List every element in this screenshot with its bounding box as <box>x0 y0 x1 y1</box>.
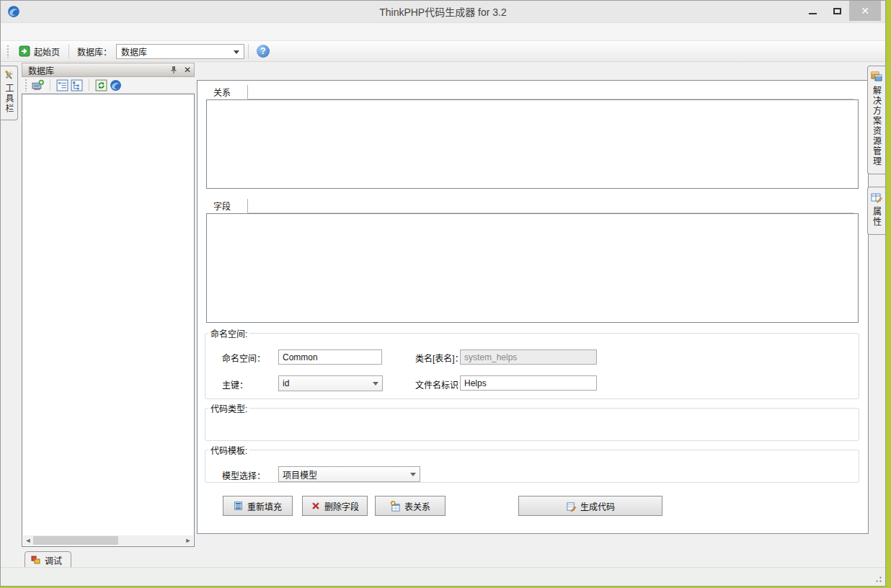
database-panel: 数据库 ✕ ◄ ► <box>22 63 195 547</box>
refill-button-label: 重新填充 <box>247 500 282 512</box>
delete-field-button-label: 删除字段 <box>324 500 359 512</box>
toolbox-vertical-tab[interactable]: 工具栏 <box>1 66 18 120</box>
mysql-icon <box>110 79 122 92</box>
close-button[interactable]: ✕ <box>849 1 881 21</box>
tree-hscrollbar[interactable]: ◄ ► <box>23 535 193 545</box>
table-relation-icon <box>390 501 401 512</box>
database-panel-header[interactable]: 数据库 ✕ <box>22 63 195 77</box>
generate-code-button[interactable]: 生成代码 <box>518 496 662 516</box>
relations-tab-label: 关系 <box>213 86 231 98</box>
add-server-button[interactable] <box>32 79 44 92</box>
debug-tab[interactable]: 调试 <box>25 551 71 569</box>
db-combo-value: 数据库 <box>121 45 147 58</box>
delete-field-button[interactable]: 删除字段 <box>302 496 368 516</box>
generate-code-button-label: 生成代码 <box>580 500 615 512</box>
refresh-button[interactable] <box>95 79 107 92</box>
tree-view-button[interactable] <box>71 79 83 92</box>
refill-icon <box>234 501 244 511</box>
relations-grid <box>206 99 859 189</box>
title-bar: ThinkPHP代码生成器 for 3.2 ✕ <box>1 1 885 22</box>
status-bar <box>1 567 885 586</box>
sep <box>89 79 89 91</box>
properties-vertical-tab[interactable]: 属性 <box>867 187 885 235</box>
scroll-thumb[interactable] <box>33 536 118 545</box>
model-select-combobox[interactable]: 项目模型 <box>278 466 420 482</box>
start-page-button[interactable]: 起始页 <box>14 43 65 60</box>
database-tree-container: ◄ ► <box>22 94 195 547</box>
code-type-group-title: 代码类型: <box>208 402 249 414</box>
scroll-right-icon[interactable]: ► <box>183 535 193 545</box>
start-page-icon <box>19 45 30 57</box>
classname-value: system_helps <box>464 352 517 362</box>
namespace-value: Common <box>283 352 318 362</box>
toolbar-separator <box>68 44 69 58</box>
debug-icon <box>31 555 41 565</box>
namespace-label: 命名空间： <box>222 352 265 364</box>
primary-key-combobox[interactable]: id <box>278 375 383 391</box>
maximize-button[interactable] <box>825 1 849 21</box>
sep <box>50 79 50 91</box>
classname-label: 类名[表名]： <box>415 352 464 364</box>
resize-grip[interactable] <box>873 574 882 583</box>
solution-explorer-label: 解决方案资源管理 <box>871 86 883 166</box>
table-relation-button[interactable]: 表关系 <box>375 496 446 516</box>
help-button[interactable]: ? <box>257 45 270 58</box>
namespace-groupbox: 命名空间: 命名空间： Common 类名[表名]： system_helps … <box>205 327 859 399</box>
relations-tab[interactable]: 关系 <box>206 85 248 99</box>
fields-tab-label: 字段 <box>213 200 231 212</box>
minimize-button[interactable] <box>800 1 825 21</box>
maximize-icon <box>833 8 841 14</box>
menu-bar <box>1 22 885 40</box>
database-panel-title: 数据库 <box>28 64 169 76</box>
model-select-value: 项目模型 <box>283 468 317 481</box>
main-toolbar: 起始页 数据库： 数据库 ? <box>1 40 885 62</box>
toolbar-separator2 <box>248 44 249 58</box>
right-tabstrip: 解决方案资源管理 属性 <box>864 63 885 543</box>
window-title: ThinkPHP代码生成器 for 3.2 <box>1 4 885 19</box>
document-area: 关系 字段 命名空间: 命名空间： Common 类名[表名]： system_… <box>197 63 869 567</box>
primary-key-label: 主键： <box>222 378 248 391</box>
close-icon: ✕ <box>861 5 869 17</box>
solution-explorer-vertical-tab[interactable]: 解决方案资源管理 <box>867 66 885 174</box>
delete-icon <box>311 501 321 511</box>
namespace-group-title: 命名空间: <box>208 327 249 339</box>
help-icon: ? <box>260 46 265 56</box>
db-combo-label: 数据库： <box>73 45 116 58</box>
code-type-groupbox: 代码类型: <box>205 402 859 441</box>
filename-value: Helps <box>464 378 487 388</box>
primary-key-value: id <box>283 378 289 388</box>
db-combobox[interactable]: 数据库 <box>116 44 244 59</box>
panel-toolbar-grip <box>25 79 27 92</box>
debug-tab-label: 调试 <box>45 554 62 566</box>
refill-button[interactable]: 重新填充 <box>223 496 293 516</box>
toolbar-grip[interactable] <box>6 45 9 58</box>
classname-input: system_helps <box>460 349 597 365</box>
document-tabstrip <box>197 63 869 81</box>
code-template-groupbox: 代码模板: 模型选择： 项目模型 <box>205 444 859 483</box>
generate-icon <box>566 501 577 512</box>
tools-icon <box>4 70 14 81</box>
table-relation-button-label: 表关系 <box>404 500 430 512</box>
start-page-label: 起始页 <box>34 45 60 58</box>
app-window: ThinkPHP代码生成器 for 3.2 ✕ 起始页 数据库： 数据库 ? 工… <box>0 0 886 587</box>
filename-input[interactable]: Helps <box>460 375 597 391</box>
properties-label: 属性 <box>871 207 883 227</box>
chevron-down-icon <box>410 473 416 476</box>
fields-tab[interactable]: 字段 <box>206 199 248 213</box>
database-tree <box>23 95 193 535</box>
desktop: { "window": { "title": "ThinkPHP代码生成器 fo… <box>0 0 891 588</box>
code-template-group-title: 代码模板: <box>208 444 249 456</box>
panel-close-icon[interactable]: ✕ <box>184 65 191 75</box>
chevron-down-icon <box>373 382 378 386</box>
properties-icon <box>871 192 882 203</box>
toolbox-tab-label: 工具栏 <box>3 84 15 114</box>
fields-grid <box>206 213 859 323</box>
list-view-button[interactable] <box>56 79 68 92</box>
pin-icon[interactable] <box>169 66 178 74</box>
chevron-down-icon <box>234 50 239 54</box>
document-content: 关系 字段 命名空间: 命名空间： Common 类名[表名]： system_… <box>197 81 869 534</box>
solution-explorer-icon <box>871 71 882 82</box>
scroll-left-icon[interactable]: ◄ <box>23 535 33 545</box>
namespace-input[interactable]: Common <box>278 349 382 365</box>
model-select-label: 模型选择： <box>222 469 265 481</box>
